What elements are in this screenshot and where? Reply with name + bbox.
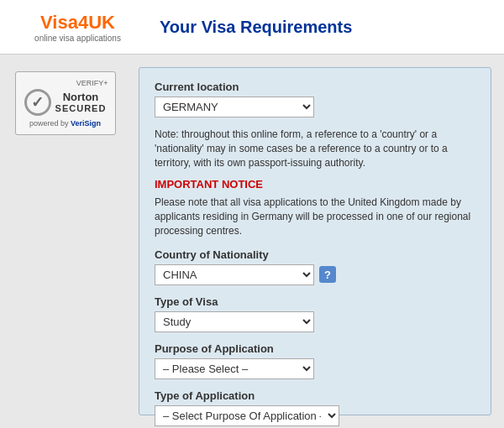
norton-name-text: Norton	[63, 91, 99, 103]
norton-verify-label: VERIFY+	[23, 79, 108, 87]
nationality-select[interactable]: CHINA	[155, 264, 314, 285]
norton-secured-text: SECURED	[55, 103, 107, 114]
visa-type-select[interactable]: Study	[155, 311, 314, 332]
logo: Visa4UK	[40, 12, 115, 34]
logo-subtitle: online visa applications	[34, 34, 121, 43]
current-location-select[interactable]: GERMANY	[155, 97, 314, 117]
note-text: Note: throughout this online form, a ref…	[155, 128, 475, 170]
important-notice-text: Please note that all visa applications t…	[155, 196, 475, 237]
logo-4-text: 4	[78, 12, 88, 33]
norton-badge: VERIFY+ ✓ Norton SECURED powered by Veri…	[15, 71, 116, 135]
powered-by-label: powered by	[29, 119, 71, 128]
logo-area: Visa4UK online visa applications	[13, 12, 143, 43]
app-type-select[interactable]: – Select Purpose Of Application –	[155, 405, 339, 426]
purpose-group: Purpose of Application – Please Select –	[155, 342, 475, 379]
sidebar: VERIFY+ ✓ Norton SECURED powered by Veri…	[0, 55, 130, 428]
norton-powered-text: powered by VeriSign	[23, 119, 108, 128]
page-title: Your Visa Requirements	[143, 18, 352, 37]
purpose-label: Purpose of Application	[155, 342, 475, 355]
purpose-select[interactable]: – Please Select –	[155, 358, 314, 379]
nationality-row: CHINA ?	[155, 264, 475, 285]
norton-name: Norton SECURED	[55, 91, 107, 115]
content-area: Current location GERMANY Note: throughou…	[130, 55, 504, 428]
form-panel: Current location GERMANY Note: throughou…	[139, 67, 491, 415]
norton-name-block: Norton SECURED	[55, 91, 107, 115]
logo-visa-text: Visa	[40, 12, 78, 33]
current-location-group: Current location GERMANY	[155, 81, 475, 117]
nationality-group: Country of Nationality CHINA ?	[155, 248, 475, 285]
verisign-label: VeriSign	[71, 119, 101, 128]
norton-checkmark-icon: ✓	[24, 89, 51, 116]
header: Visa4UK online visa applications Your Vi…	[0, 0, 504, 55]
visa-type-group: Type of Visa Study	[155, 295, 475, 332]
app-type-group: Type of Application – Select Purpose Of …	[155, 389, 475, 426]
norton-check-row: ✓ Norton SECURED	[23, 89, 108, 116]
current-location-label: Current location	[155, 81, 475, 93]
visa-type-label: Type of Visa	[155, 295, 475, 308]
nationality-help-icon[interactable]: ?	[319, 266, 336, 283]
main-layout: VERIFY+ ✓ Norton SECURED powered by Veri…	[0, 55, 504, 428]
app-type-label: Type of Application	[155, 389, 475, 402]
important-notice-label: IMPORTANT NOTICE	[155, 178, 475, 191]
nationality-label: Country of Nationality	[155, 248, 475, 261]
logo-uk-text: UK	[88, 12, 115, 33]
